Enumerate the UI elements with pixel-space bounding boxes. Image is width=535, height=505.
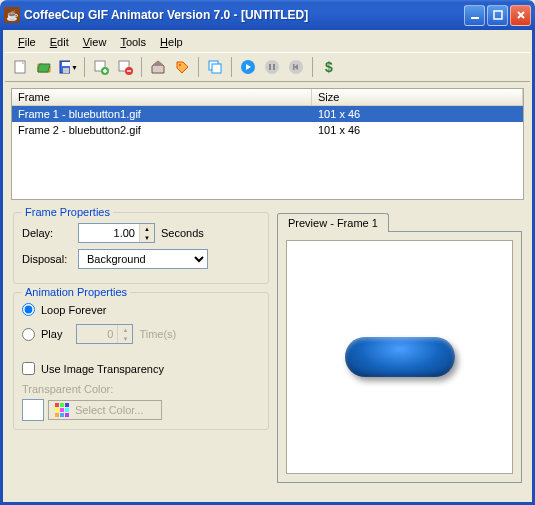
col-size[interactable]: Size bbox=[312, 89, 523, 105]
select-color-button: Select Color... bbox=[48, 400, 162, 420]
svg-rect-0 bbox=[471, 17, 479, 19]
preview-tab[interactable]: Preview - Frame 1 bbox=[277, 213, 389, 232]
loop-forever-label: Loop Forever bbox=[41, 304, 106, 316]
frame-name: Frame 2 - bluebutton2.gif bbox=[12, 123, 312, 137]
svg-rect-4 bbox=[62, 62, 70, 66]
svg-point-14 bbox=[265, 60, 279, 74]
delay-input[interactable] bbox=[79, 224, 139, 242]
times-label: Time(s) bbox=[139, 328, 176, 340]
menu-edit[interactable]: Edit bbox=[43, 34, 76, 50]
dollar-button[interactable]: $ bbox=[318, 56, 340, 78]
frame-row[interactable]: Frame 1 - bluebutton1.gif 101 x 46 bbox=[12, 106, 523, 122]
preview-body bbox=[277, 231, 522, 483]
menu-help[interactable]: Help bbox=[153, 34, 190, 50]
menubar: File Edit View Tools Help bbox=[5, 32, 530, 52]
use-transparency-label: Use Image Transparency bbox=[41, 363, 164, 375]
preview-panel: Preview - Frame 1 bbox=[277, 212, 522, 483]
new-button[interactable] bbox=[9, 56, 31, 78]
svg-rect-5 bbox=[63, 68, 69, 73]
window-title: CoffeeCup GIF Animator Version 7.0 - [UN… bbox=[24, 8, 462, 22]
svg-rect-16 bbox=[273, 64, 275, 70]
window-body: File Edit View Tools Help ▼ $ Frame Size… bbox=[0, 30, 535, 505]
play-radio[interactable] bbox=[22, 328, 35, 341]
loop-forever-radio[interactable] bbox=[22, 303, 35, 316]
app-icon: ☕ bbox=[4, 7, 20, 23]
windows-button[interactable] bbox=[204, 56, 226, 78]
svg-rect-1 bbox=[494, 11, 502, 19]
preview-image bbox=[345, 337, 455, 377]
use-transparency-checkbox[interactable] bbox=[22, 362, 35, 375]
frame-list-header: Frame Size bbox=[12, 89, 523, 106]
svg-rect-12 bbox=[212, 64, 221, 73]
frame-properties-legend: Frame Properties bbox=[22, 206, 113, 218]
spin-down-icon: ▼ bbox=[118, 334, 132, 343]
color-swatch bbox=[22, 399, 44, 421]
home-button[interactable] bbox=[147, 56, 169, 78]
disposal-label: Disposal: bbox=[22, 253, 72, 265]
col-frame[interactable]: Frame bbox=[12, 89, 312, 105]
animation-properties-legend: Animation Properties bbox=[22, 286, 130, 298]
toolbar: ▼ $ bbox=[5, 52, 530, 82]
delay-label: Delay: bbox=[22, 227, 72, 239]
disposal-select[interactable]: Background bbox=[78, 249, 208, 269]
open-button[interactable] bbox=[33, 56, 55, 78]
play-times-spinner: ▲▼ bbox=[76, 324, 133, 344]
rewind-button[interactable] bbox=[285, 56, 307, 78]
maximize-button[interactable] bbox=[487, 5, 508, 26]
select-color-label: Select Color... bbox=[75, 404, 143, 416]
menu-tools[interactable]: Tools bbox=[113, 34, 153, 50]
svg-rect-15 bbox=[269, 64, 271, 70]
animation-properties-group: Animation Properties Loop Forever Play ▲… bbox=[13, 292, 269, 430]
svg-rect-18 bbox=[293, 64, 295, 70]
add-frame-button[interactable] bbox=[90, 56, 112, 78]
remove-frame-button[interactable] bbox=[114, 56, 136, 78]
delay-spinner[interactable]: ▲▼ bbox=[78, 223, 155, 243]
transparent-color-label: Transparent Color: bbox=[22, 383, 260, 395]
frame-size: 101 x 46 bbox=[312, 107, 523, 121]
seconds-label: Seconds bbox=[161, 227, 204, 239]
play-times-input bbox=[77, 325, 117, 343]
play-button[interactable] bbox=[237, 56, 259, 78]
play-label: Play bbox=[41, 328, 62, 340]
pause-button[interactable] bbox=[261, 56, 283, 78]
preview-canvas bbox=[286, 240, 513, 474]
spin-down-icon[interactable]: ▼ bbox=[140, 233, 154, 242]
save-button[interactable]: ▼ bbox=[57, 56, 79, 78]
close-button[interactable] bbox=[510, 5, 531, 26]
menu-view[interactable]: View bbox=[76, 34, 114, 50]
titlebar: ☕ CoffeeCup GIF Animator Version 7.0 - [… bbox=[0, 0, 535, 30]
spin-up-icon: ▲ bbox=[118, 325, 132, 334]
svg-point-10 bbox=[179, 64, 181, 66]
frame-list[interactable]: Frame Size Frame 1 - bluebutton1.gif 101… bbox=[11, 88, 524, 200]
menu-file[interactable]: File bbox=[11, 34, 43, 50]
tag-button[interactable] bbox=[171, 56, 193, 78]
frame-properties-group: Frame Properties Delay: ▲▼ Seconds Dispo… bbox=[13, 212, 269, 284]
frame-size: 101 x 46 bbox=[312, 123, 523, 137]
frame-name: Frame 1 - bluebutton1.gif bbox=[12, 107, 312, 121]
spin-up-icon[interactable]: ▲ bbox=[140, 224, 154, 233]
palette-icon bbox=[55, 403, 69, 417]
frame-row[interactable]: Frame 2 - bluebutton2.gif 101 x 46 bbox=[12, 122, 523, 138]
minimize-button[interactable] bbox=[464, 5, 485, 26]
